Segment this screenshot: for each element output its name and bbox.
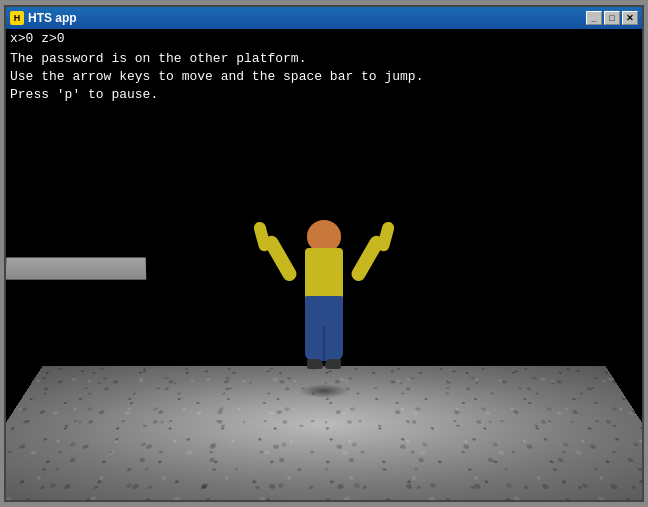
maximize-button[interactable]: □ (604, 11, 620, 25)
instructions-area: The password is on the other platform. U… (6, 48, 642, 109)
character-torso (305, 248, 343, 300)
window-title: HTS app (28, 11, 77, 25)
titlebar: H HTS app _ □ ✕ (6, 7, 642, 29)
minimize-button[interactable]: _ (586, 11, 602, 25)
titlebar-buttons: _ □ ✕ (586, 11, 638, 25)
distant-platform (6, 258, 146, 281)
character-pants (305, 296, 343, 361)
character-shoe-left (307, 359, 323, 369)
coordinates-display: x>0 z>0 (6, 29, 642, 48)
app-window: H HTS app _ □ ✕ x>0 z>0 The password is … (4, 5, 644, 502)
instruction-line-2: Use the arrow keys to move and the space… (10, 68, 638, 86)
instruction-line-1: The password is on the other platform. (10, 50, 638, 68)
titlebar-left: H HTS app (10, 11, 77, 25)
window-content: x>0 z>0 The password is on the other pla… (6, 29, 642, 500)
game-viewport[interactable] (6, 109, 642, 500)
player-character (284, 220, 364, 390)
instruction-line-3: Press 'p' to pause. (10, 86, 638, 104)
character-shoe-right (325, 359, 341, 369)
app-icon: H (10, 11, 24, 25)
close-button[interactable]: ✕ (622, 11, 638, 25)
